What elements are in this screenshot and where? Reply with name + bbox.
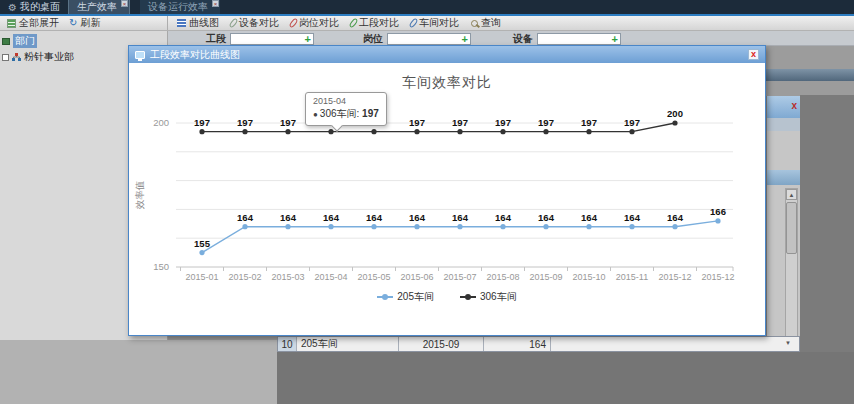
data-point[interactable] bbox=[242, 224, 247, 229]
y-tick-label: 150 bbox=[153, 261, 169, 272]
data-point[interactable] bbox=[371, 224, 376, 229]
data-point[interactable] bbox=[328, 224, 333, 229]
data-point[interactable] bbox=[199, 129, 204, 134]
paperclip-icon bbox=[408, 18, 418, 29]
tab-production-efficiency[interactable]: 生产效率 × bbox=[68, 0, 130, 14]
add-icon[interactable]: + bbox=[305, 34, 311, 45]
tab-close-icon[interactable]: × bbox=[121, 0, 128, 7]
tab-equipment-running-efficiency[interactable]: 设备运行效率 × bbox=[140, 0, 220, 14]
data-point[interactable] bbox=[586, 224, 591, 229]
monitor-icon bbox=[135, 51, 145, 59]
chart-legend: 205车间306车间 bbox=[129, 290, 765, 304]
x-tick-label: 2015-01 bbox=[185, 272, 218, 282]
data-point[interactable] bbox=[629, 129, 634, 134]
tool-label: 车间对比 bbox=[419, 16, 459, 30]
value-label: 166 bbox=[710, 206, 726, 217]
data-point[interactable] bbox=[543, 224, 548, 229]
value-label: 197 bbox=[194, 117, 210, 128]
expand-all-label: 全部展开 bbox=[19, 16, 59, 30]
expand-all-icon bbox=[7, 19, 16, 28]
expand-all-button[interactable]: 全部展开 bbox=[4, 16, 62, 30]
legend-marker-icon bbox=[377, 296, 393, 298]
month-cell: 2015-09 bbox=[399, 337, 484, 351]
curve-chart-icon bbox=[177, 19, 186, 27]
efficiency-compare-dialog: 工段效率对比曲线图 x 车间效率对比 200150效率值2015-012015-… bbox=[128, 45, 766, 336]
legend-item[interactable]: 205车间 bbox=[377, 290, 434, 304]
data-point[interactable] bbox=[629, 224, 634, 229]
x-tick-label: 2015-12 bbox=[701, 272, 734, 282]
data-point[interactable] bbox=[586, 129, 591, 134]
my-desktop-button[interactable]: ⚙ 我的桌面 bbox=[0, 0, 68, 14]
value-label: 197 bbox=[538, 117, 554, 128]
data-point[interactable] bbox=[457, 129, 462, 134]
position-compare-button[interactable]: 岗位对比 bbox=[288, 16, 342, 30]
section-compare-button[interactable]: 工段对比 bbox=[348, 16, 402, 30]
data-point[interactable] bbox=[414, 129, 419, 134]
data-point[interactable] bbox=[500, 129, 505, 134]
x-tick-label: 2015-06 bbox=[400, 272, 433, 282]
data-point[interactable] bbox=[500, 224, 505, 229]
workshop-cell: 205车间 bbox=[297, 337, 399, 351]
popup-title-bar: x bbox=[767, 96, 801, 118]
chart-tooltip: 2015-04 ●306车间: 197 bbox=[305, 92, 387, 126]
empty-cell: ▼ bbox=[551, 337, 799, 351]
close-icon[interactable]: x bbox=[791, 101, 797, 111]
data-point[interactable] bbox=[285, 129, 290, 134]
position-filter-input[interactable]: + bbox=[387, 33, 471, 45]
data-point[interactable] bbox=[414, 224, 419, 229]
data-point[interactable] bbox=[242, 129, 247, 134]
popup-scrollbar[interactable]: ▲ bbox=[785, 188, 798, 348]
data-point[interactable] bbox=[672, 224, 677, 229]
equipment-compare-button[interactable]: 设备对比 bbox=[228, 16, 282, 30]
tab-close-icon[interactable]: × bbox=[212, 0, 219, 7]
legend-item[interactable]: 306车间 bbox=[460, 290, 517, 304]
value-label: 197 bbox=[581, 117, 597, 128]
scrollbar-thumb[interactable] bbox=[786, 202, 797, 254]
expand-icon[interactable] bbox=[2, 54, 9, 61]
dialog-body: 车间效率对比 200150效率值2015-012015-022015-03201… bbox=[129, 63, 765, 335]
org-chart-icon bbox=[12, 53, 21, 61]
table-row[interactable]: 10 205车间 2015-09 164 ▼ bbox=[277, 336, 800, 352]
query-button[interactable]: 查询 bbox=[468, 16, 504, 30]
section-filter-label: 工段 bbox=[206, 32, 226, 46]
tab-label: 设备运行效率 bbox=[148, 0, 208, 14]
data-point[interactable] bbox=[328, 129, 333, 134]
data-point[interactable] bbox=[371, 129, 376, 134]
section-filter-input[interactable]: + bbox=[230, 33, 314, 45]
close-icon[interactable]: x bbox=[748, 49, 759, 60]
tool-label: 曲线图 bbox=[189, 16, 219, 30]
dialog-title-bar[interactable]: 工段效率对比曲线图 x bbox=[129, 46, 765, 63]
dropdown-arrow-icon[interactable]: ▼ bbox=[785, 340, 791, 346]
data-point[interactable] bbox=[199, 250, 204, 255]
add-icon[interactable]: + bbox=[612, 34, 618, 45]
background-popup-window: x ▲ ▼ bbox=[766, 96, 800, 352]
tool-label: 设备对比 bbox=[239, 16, 279, 30]
equipment-filter-input[interactable]: + bbox=[537, 33, 621, 45]
curve-chart-button[interactable]: 曲线图 bbox=[174, 16, 222, 30]
refresh-button[interactable]: ↻ 刷新 bbox=[66, 16, 103, 30]
x-tick-label: 2015-07 bbox=[443, 272, 476, 282]
value-label: 155 bbox=[194, 238, 211, 249]
value-label: 164 bbox=[280, 212, 297, 223]
data-point[interactable] bbox=[715, 218, 720, 223]
value-label: 164 bbox=[366, 212, 383, 223]
workshop-compare-button[interactable]: 车间对比 bbox=[408, 16, 462, 30]
legend-marker-icon bbox=[460, 296, 476, 298]
x-tick-label: 2015-03 bbox=[271, 272, 304, 282]
data-point[interactable] bbox=[285, 224, 290, 229]
value-label: 200 bbox=[667, 108, 683, 119]
value-label: 164 bbox=[495, 212, 512, 223]
folder-icon bbox=[2, 38, 10, 45]
data-point[interactable] bbox=[457, 224, 462, 229]
position-filter-label: 岗位 bbox=[363, 32, 383, 46]
data-point[interactable] bbox=[672, 120, 677, 125]
value-cell: 164 bbox=[484, 337, 551, 351]
tree-item-label: 粉针事业部 bbox=[24, 50, 74, 64]
chart-toolbar: 曲线图 设备对比 岗位对比 工段对比 车间对比 查询 bbox=[168, 16, 504, 30]
scroll-up-icon[interactable]: ▲ bbox=[786, 189, 797, 200]
add-icon[interactable]: + bbox=[462, 34, 468, 45]
data-point[interactable] bbox=[543, 129, 548, 134]
search-icon bbox=[471, 20, 478, 27]
x-tick-label: 2015-04 bbox=[314, 272, 347, 282]
value-label: 197 bbox=[237, 117, 253, 128]
